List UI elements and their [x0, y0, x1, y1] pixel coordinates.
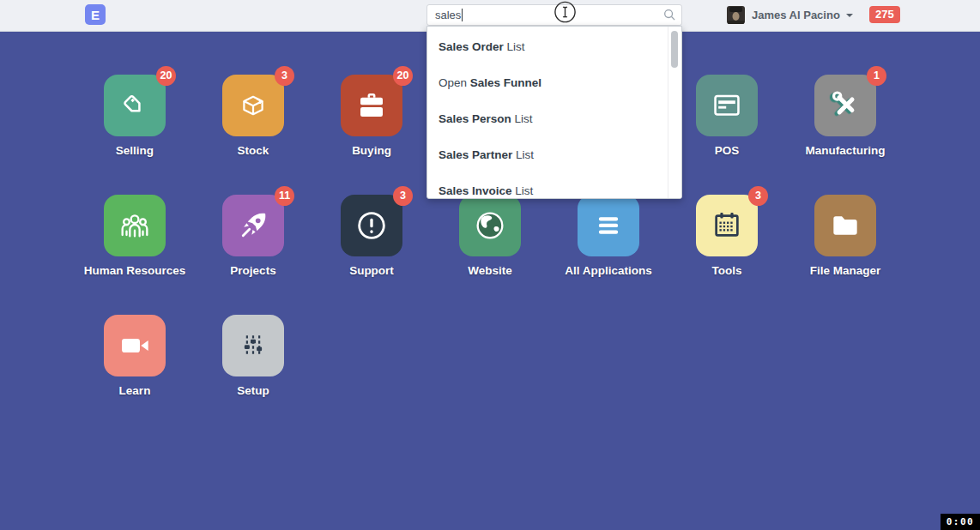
chevron-down-icon — [846, 14, 853, 17]
module-projects[interactable]: 11 Projects — [194, 195, 312, 277]
dropdown-scrollbar-thumb[interactable] — [671, 31, 678, 68]
desk-screen: E James Al Pacino 275 Sales Order List O… — [0, 0, 980, 530]
recording-timer: 0:00 — [941, 514, 980, 530]
open-count-badge: 20 — [393, 66, 413, 86]
module-label: Tools — [668, 264, 786, 277]
search-icon[interactable] — [663, 9, 676, 21]
module-label: File Manager — [786, 264, 904, 277]
module-tools[interactable]: 3 Tools — [668, 195, 786, 277]
sliders-icon — [222, 315, 284, 376]
suggestion-sales-order-list[interactable]: Sales Order List — [427, 29, 681, 65]
module-label: Selling — [76, 144, 194, 157]
box-icon: 3 — [222, 75, 284, 136]
app-logo[interactable]: E — [85, 4, 106, 25]
open-count-badge: 11 — [275, 186, 294, 206]
user-name: James Al Pacino — [752, 9, 840, 21]
module-label: All Applications — [549, 264, 668, 277]
module-label: Buying — [312, 144, 431, 157]
module-setup[interactable]: Setup — [194, 315, 312, 397]
search-suggestions-dropdown: Sales Order List Open Sales Funnel Sales… — [426, 26, 682, 199]
suggestion-open-sales-funnel[interactable]: Open Sales Funnel — [427, 65, 681, 101]
module-human-resources[interactable]: Human Resources — [76, 195, 194, 277]
globe-icon — [459, 195, 521, 256]
tag-icon: 20 — [104, 75, 166, 136]
user-menu[interactable]: James Al Pacino — [727, 6, 853, 24]
open-count-badge: 20 — [156, 66, 176, 86]
module-learn[interactable]: Learn — [76, 315, 194, 397]
rocket-icon: 11 — [222, 195, 284, 256]
module-label: Support — [312, 264, 431, 277]
global-search — [426, 4, 682, 26]
open-count-badge: 3 — [275, 66, 294, 86]
suggestion-sales-invoice-list[interactable]: Sales Invoice List — [427, 173, 681, 199]
module-label: Learn — [76, 384, 194, 397]
module-label: Human Resources — [76, 264, 194, 277]
module-stock[interactable]: 3 Stock — [194, 75, 312, 157]
tools-icon: 1 — [814, 75, 876, 136]
module-label: Website — [431, 264, 549, 277]
pos-terminal-icon — [696, 75, 758, 136]
alert-circle-icon: 3 — [341, 195, 402, 256]
briefcase-icon: 20 — [341, 75, 402, 136]
module-label: Projects — [194, 264, 312, 277]
module-label: Setup — [194, 384, 312, 397]
module-label: Stock — [194, 144, 312, 157]
people-icon — [104, 195, 166, 256]
module-pos[interactable]: POS — [668, 75, 786, 157]
video-camera-icon — [104, 315, 166, 376]
module-all-applications[interactable]: All Applications — [549, 195, 668, 277]
user-avatar — [727, 6, 745, 24]
open-count-badge: 1 — [867, 66, 886, 86]
module-label: Manufacturing — [786, 144, 904, 157]
search-input[interactable] — [426, 4, 682, 26]
module-label: POS — [668, 144, 786, 157]
open-count-badge: 3 — [393, 186, 413, 206]
menu-icon — [578, 195, 639, 256]
module-buying[interactable]: 20 Buying — [312, 75, 431, 157]
suggestion-sales-person-list[interactable]: Sales Person List — [427, 101, 681, 137]
calendar-icon: 3 — [696, 195, 758, 256]
notifications-count-badge[interactable]: 275 — [869, 6, 900, 23]
suggestion-sales-partner-list[interactable]: Sales Partner List — [427, 137, 681, 173]
module-file-manager[interactable]: File Manager — [786, 195, 904, 277]
module-manufacturing[interactable]: 1 Manufacturing — [786, 75, 904, 157]
module-website[interactable]: Website — [431, 195, 549, 277]
module-support[interactable]: 3 Support — [312, 195, 431, 277]
folder-icon — [814, 195, 876, 256]
module-selling[interactable]: 20 Selling — [76, 75, 194, 157]
open-count-badge: 3 — [748, 186, 768, 206]
